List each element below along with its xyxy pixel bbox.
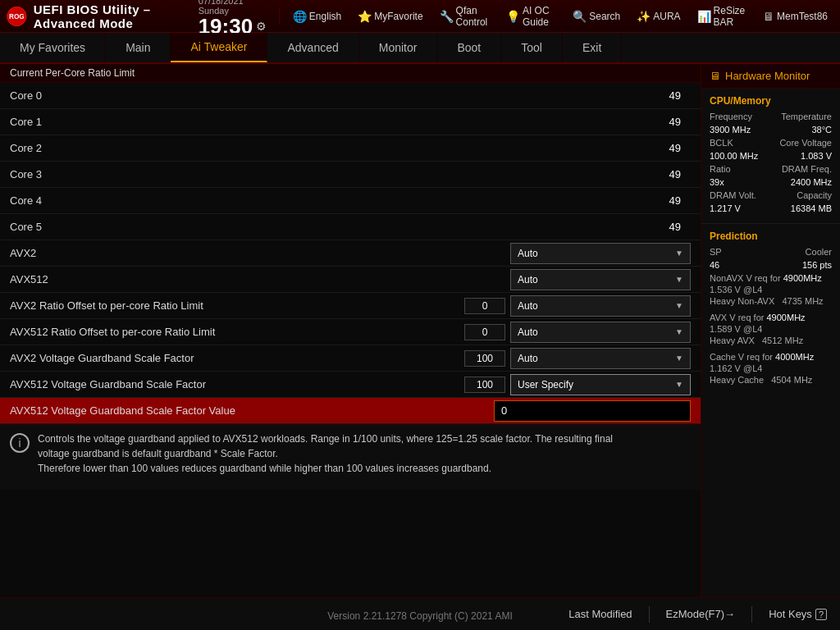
frequency-value: 3900 MHz	[710, 125, 751, 135]
question-icon: ?	[815, 609, 827, 620]
row-value-core5: 49	[641, 221, 691, 233]
rog-logo: ROG	[7, 2, 27, 31]
tab-advanced[interactable]: Advanced	[267, 33, 358, 62]
chevron-down-icon: ▼	[675, 380, 683, 389]
memtest-icon: 🖥	[763, 10, 774, 23]
topbar-english[interactable]: 🌐 English	[287, 7, 347, 25]
avx-val2: Heavy AVX 4512 MHz	[710, 336, 832, 345]
row-value-core3: 49	[641, 168, 691, 180]
dram-volt-val-row: 1.217 V 16384 MB	[710, 203, 832, 213]
table-row: Core 4 49	[0, 188, 701, 214]
row-label-core4: Core 4	[10, 189, 641, 212]
table-row-active: AVX512 Voltage Guardband Scale Factor Va…	[0, 398, 701, 424]
ez-mode-button[interactable]: EzMode(F7)→	[666, 608, 736, 620]
fan-icon: 🔧	[440, 10, 454, 23]
ratio-value: 39x	[710, 177, 724, 187]
frequency-val-row: 3900 MHz 38°C	[710, 125, 832, 135]
avx512-ratio-dropdown[interactable]: Auto ▼	[510, 322, 691, 343]
avx2-vg-value: 100	[464, 350, 505, 367]
table-row: AVX2 Ratio Offset to per-core Ratio Limi…	[0, 293, 701, 319]
cache-freq-label: 4000MHz	[775, 352, 814, 362]
app-title: UEFI BIOS Utility – Advanced Mode	[34, 2, 185, 30]
topbar-memtest[interactable]: 🖥 MemTest86	[757, 7, 833, 25]
topbar-search[interactable]: 🔍 Search	[567, 7, 626, 25]
capacity-value: 16384 MB	[791, 203, 832, 213]
dram-volt-row: DRAM Volt. Capacity	[710, 190, 832, 200]
row-label-avx512: AVX512	[10, 268, 510, 290]
sp-cooler-val-row: 46 156 pts	[710, 260, 832, 270]
top-bar: ROG UEFI BIOS Utility – Advanced Mode 07…	[0, 0, 840, 33]
avx2-vg-dropdown[interactable]: Auto ▼	[510, 348, 691, 369]
table-row: Core 0 49	[0, 83, 701, 109]
row-value-core0: 49	[641, 89, 691, 102]
chevron-down-icon: ▼	[675, 327, 683, 336]
chevron-down-icon: ▼	[675, 249, 683, 258]
avx512-dropdown[interactable]: Auto ▼	[510, 269, 691, 290]
aura-icon: ✨	[637, 10, 651, 23]
datetime: 07/18/2021 Sunday 19:30 ⚙	[199, 0, 267, 37]
monitor-icon: 🖥	[710, 70, 720, 82]
avx512-vgv-input[interactable]	[494, 400, 691, 422]
chevron-down-icon: ▼	[675, 275, 683, 284]
temperature-label: Temperature	[781, 112, 832, 121]
nav-tabs: My Favorites Main Ai Tweaker Advanced Mo…	[0, 33, 840, 64]
dram-volt-label: DRAM Volt.	[710, 190, 756, 200]
resize-icon: 📊	[697, 10, 711, 23]
bclk-label: BCLK	[710, 138, 733, 148]
topbar-qfan[interactable]: 🔧 Qfan Control	[434, 2, 495, 30]
dram-freq-value: 2400 MHz	[791, 177, 832, 187]
nonavx-label: NonAVX V req for 4900MHz	[710, 273, 832, 283]
ratio-row: Ratio DRAM Freq.	[710, 164, 832, 174]
avx512-vg-dropdown[interactable]: User Specify ▼	[510, 374, 691, 395]
right-panel: 🖥 Hardware Monitor CPU/Memory Frequency …	[701, 64, 840, 597]
version-text: Version 2.21.1278 Copyright (C) 2021 AMI	[327, 610, 512, 622]
topbar-resize-bar[interactable]: 📊 ReSize BAR	[692, 2, 752, 30]
avx512-vg-value: 100	[464, 377, 505, 393]
search-icon: 🔍	[573, 10, 587, 23]
bclk-value: 100.00 MHz	[710, 151, 758, 161]
main-layout: Current Per-Core Ratio Limit Core 0 49 C…	[0, 64, 840, 597]
frequency-label: Frequency	[710, 112, 752, 121]
sp-cooler-row: SP Cooler	[710, 247, 832, 257]
table-row: Core 3 49	[0, 162, 701, 188]
topbar-myfavorite[interactable]: ⭐ MyFavorite	[352, 7, 428, 25]
tab-exit[interactable]: Exit	[563, 33, 622, 62]
tab-monitor[interactable]: Monitor	[359, 33, 438, 62]
bclk-row: BCLK Core Voltage	[710, 138, 832, 148]
tab-ai-tweaker[interactable]: Ai Tweaker	[171, 33, 267, 62]
temperature-value: 38°C	[811, 125, 832, 135]
avx2-ratio-dropdown[interactable]: Auto ▼	[510, 295, 691, 317]
table-row: Core 2 49	[0, 135, 701, 162]
chevron-down-icon: ▼	[675, 354, 683, 363]
row-label-core3: Core 3	[10, 163, 641, 185]
row-label-avx512-ratio: AVX512 Ratio Offset to per-core Ratio Li…	[10, 321, 464, 343]
cache-val1: 1.162 V @L4	[710, 363, 832, 373]
tab-main[interactable]: Main	[106, 33, 171, 62]
row-label-core2: Core 2	[10, 137, 641, 159]
nonavx-freq-label: 4900MHz	[783, 273, 822, 283]
language-icon: 🌐	[293, 10, 307, 23]
cache-label: Cache V req for 4000MHz	[710, 352, 832, 362]
tab-boot[interactable]: Boot	[437, 33, 501, 62]
hot-keys-button[interactable]: Hot Keys ?	[769, 608, 827, 620]
section-header: Current Per-Core Ratio Limit	[0, 64, 701, 83]
nonavx-block: NonAVX V req for 4900MHz 1.536 V @L4 Hea…	[710, 273, 832, 306]
favorite-icon: ⭐	[358, 10, 372, 23]
row-label-core1: Core 1	[10, 111, 641, 133]
tab-my-favorites[interactable]: My Favorites	[0, 33, 106, 62]
topbar-ai-oc[interactable]: 💡 AI OC Guide	[500, 2, 562, 30]
row-label-core5: Core 5	[10, 216, 641, 238]
hardware-monitor-title: 🖥 Hardware Monitor	[701, 64, 840, 89]
date-line: 07/18/2021 Sunday	[199, 0, 267, 16]
info-box: i Controls the voltage guardband applied…	[0, 424, 701, 490]
row-value-core4: 49	[641, 194, 691, 207]
avx2-dropdown[interactable]: Auto ▼	[510, 243, 691, 264]
topbar-aura[interactable]: ✨ AURA	[631, 7, 686, 25]
table-row: AVX2 Voltage Guardband Scale Factor 100 …	[0, 345, 701, 372]
last-modified-button[interactable]: Last Modified	[568, 608, 632, 620]
core-voltage-label: Core Voltage	[779, 138, 832, 148]
tab-tool[interactable]: Tool	[501, 33, 563, 62]
table-row: AVX512 Ratio Offset to per-core Ratio Li…	[0, 319, 701, 345]
row-label-core0: Core 0	[10, 84, 641, 107]
settings-icon[interactable]: ⚙	[256, 20, 267, 33]
